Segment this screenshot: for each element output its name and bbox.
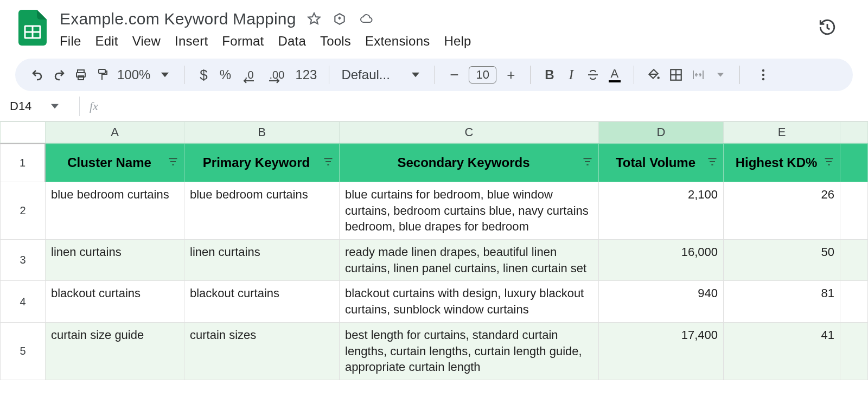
cell-cluster-name[interactable]: curtain size guide	[46, 323, 184, 380]
star-icon[interactable]	[307, 12, 321, 26]
header-cell-cluster-name[interactable]: Cluster Name	[46, 143, 184, 182]
cell-primary-keyword[interactable]: curtain sizes	[184, 323, 340, 380]
history-icon[interactable]	[818, 18, 837, 39]
move-icon[interactable]	[332, 12, 347, 26]
menu-extensions[interactable]: Extensions	[365, 34, 430, 49]
row-header[interactable]: 2	[0, 182, 46, 240]
fill-color-button[interactable]	[646, 68, 661, 82]
strikethrough-button[interactable]	[586, 68, 600, 81]
font-family[interactable]: Defaul...	[341, 67, 401, 82]
cell-secondary-keywords[interactable]: blackout curtains with design, luxury bl…	[340, 281, 599, 322]
select-all-corner[interactable]	[0, 121, 46, 143]
more-tools-icon[interactable]	[756, 68, 770, 81]
cell-cluster-name[interactable]: blackout curtains	[46, 281, 184, 322]
font-size-decrease[interactable]: −	[447, 66, 461, 84]
row-header[interactable]: 3	[0, 240, 46, 281]
doc-title[interactable]: Example.com Keyword Mapping	[60, 10, 296, 28]
merge-dropdown-icon[interactable]	[713, 72, 727, 78]
header-cell-total-volume[interactable]: Total Volume	[599, 143, 724, 182]
format-percent[interactable]: %	[218, 67, 232, 82]
col-header-C[interactable]: C	[340, 121, 599, 143]
italic-button[interactable]: I	[564, 67, 578, 83]
cell-highest-kd[interactable]: 50	[724, 240, 840, 281]
toolbar-separator	[634, 66, 634, 84]
filter-icon[interactable]	[707, 154, 718, 171]
spreadsheet-grid: A B C D E 1 Cluster Name Primary Keyword…	[0, 121, 868, 380]
cell-cluster-name[interactable]: blue bedroom curtains	[46, 182, 184, 240]
filter-icon[interactable]	[168, 154, 178, 171]
redo-icon[interactable]	[52, 68, 66, 81]
toolbar: 100% $ % .0 .00 123 Defaul... − 10 + B I…	[15, 59, 853, 91]
menu-help[interactable]: Help	[444, 34, 471, 49]
cell-total-volume[interactable]: 2,100	[599, 182, 724, 240]
cell-reference[interactable]: D14	[10, 99, 31, 113]
cell-secondary-keywords[interactable]: ready made linen drapes, beautiful linen…	[340, 240, 599, 281]
decrease-decimals-icon[interactable]: .0	[240, 69, 258, 81]
font-size-increase[interactable]: +	[504, 67, 518, 84]
menu-insert[interactable]: Insert	[175, 34, 208, 49]
font-size-input[interactable]: 10	[469, 66, 496, 84]
cell-highest-kd[interactable]: 81	[724, 281, 840, 322]
col-header-A[interactable]: A	[46, 121, 184, 143]
header: Example.com Keyword Mapping File Edit Vi…	[0, 0, 868, 51]
cell-overflow	[840, 323, 868, 380]
toolbar-separator	[435, 66, 435, 84]
cell-cluster-name[interactable]: linen curtains	[46, 240, 184, 281]
increase-decimals-icon[interactable]: .00	[266, 69, 288, 81]
cell-primary-keyword[interactable]: blackout curtains	[184, 281, 340, 322]
row-header[interactable]: 5	[0, 323, 46, 380]
col-header-D[interactable]: D	[599, 121, 724, 143]
col-header-B[interactable]: B	[184, 121, 340, 143]
col-header-F[interactable]	[840, 121, 868, 143]
svg-point-7	[657, 76, 659, 79]
cell-secondary-keywords[interactable]: blue curtains for bedroom, blue window c…	[340, 182, 599, 240]
col-header-E[interactable]: E	[724, 121, 840, 143]
toolbar-separator	[530, 66, 531, 84]
namebox-dropdown-icon[interactable]	[51, 99, 59, 113]
paint-format-icon[interactable]	[95, 68, 110, 82]
header-cell-secondary-keywords[interactable]: Secondary Keywords	[340, 143, 599, 182]
cell-primary-keyword[interactable]: blue bedroom curtains	[184, 182, 340, 240]
svg-point-13	[762, 78, 764, 80]
undo-icon[interactable]	[30, 68, 44, 81]
menu-file[interactable]: File	[60, 34, 81, 49]
cell-total-volume[interactable]: 940	[599, 281, 724, 322]
table-row: 4blackout curtainsblackout curtainsblack…	[0, 281, 868, 322]
merge-cells-button[interactable]	[691, 68, 706, 81]
zoom-level[interactable]: 100%	[117, 67, 150, 82]
font-dropdown-icon[interactable]	[409, 71, 423, 79]
toolbar-separator	[329, 66, 329, 84]
print-icon[interactable]	[74, 68, 88, 81]
zoom-dropdown-icon[interactable]	[158, 71, 172, 79]
bold-button[interactable]: B	[542, 67, 557, 82]
cell-total-volume[interactable]: 17,400	[599, 323, 724, 380]
toolbar-separator	[184, 66, 184, 84]
filter-icon[interactable]	[824, 154, 834, 171]
cell-primary-keyword[interactable]: linen curtains	[184, 240, 340, 281]
svg-rect-6	[99, 69, 105, 73]
row-header[interactable]: 4	[0, 281, 46, 322]
format-currency[interactable]: $	[196, 67, 210, 84]
svg-point-11	[762, 69, 764, 72]
cell-total-volume[interactable]: 16,000	[599, 240, 724, 281]
cell-highest-kd[interactable]: 26	[724, 182, 840, 240]
header-cell-primary-keyword[interactable]: Primary Keyword	[184, 143, 340, 182]
menu-data[interactable]: Data	[278, 34, 306, 49]
header-cell-highest-kd[interactable]: Highest KD%	[724, 143, 840, 182]
text-color-button[interactable]: A	[608, 68, 622, 82]
menu-tools[interactable]: Tools	[320, 34, 351, 49]
number-format[interactable]: 123	[295, 67, 317, 82]
row-header-1[interactable]: 1	[0, 143, 46, 182]
cell-secondary-keywords[interactable]: best length for curtains, standard curta…	[340, 323, 599, 380]
menu-format[interactable]: Format	[222, 34, 264, 49]
borders-button[interactable]	[669, 68, 683, 82]
filter-icon[interactable]	[582, 154, 593, 171]
cell-overflow	[840, 240, 868, 281]
menu-view[interactable]: View	[132, 34, 161, 49]
filter-icon[interactable]	[323, 154, 334, 171]
menu-edit[interactable]: Edit	[95, 34, 118, 49]
cell-highest-kd[interactable]: 41	[724, 323, 840, 380]
header-cell-overflow	[840, 143, 868, 182]
cloud-status-icon[interactable]	[358, 12, 374, 25]
cell-overflow	[840, 281, 868, 322]
